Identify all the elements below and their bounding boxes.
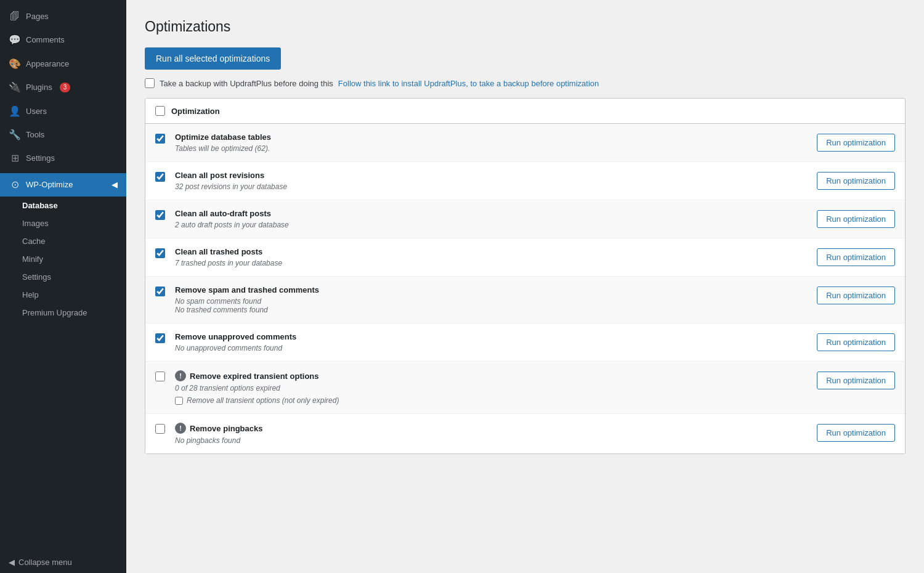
checkbox-opt-pingbacks[interactable] xyxy=(155,424,165,434)
opt-info-opt-spam-comments: Remove spam and trashed commentsNo spam … xyxy=(168,285,817,314)
sidebar-item-users[interactable]: 👤 Users xyxy=(0,100,126,123)
backup-label: Take a backup with UpdraftPlus before do… xyxy=(160,79,333,88)
opt-checkbox-opt-trashed-posts xyxy=(155,247,168,261)
sidebar-item-settings[interactable]: ⊞ Settings xyxy=(0,147,126,170)
opt-desc: Tables will be optimized (62). xyxy=(175,144,809,153)
checkbox-opt-db-tables[interactable] xyxy=(155,134,165,144)
opt-checkbox-opt-pingbacks xyxy=(155,423,168,436)
checkbox-opt-unapproved-comments[interactable] xyxy=(155,333,165,343)
table-row: Remove unapproved commentsNo unapproved … xyxy=(145,323,905,362)
submenu-premium-upgrade[interactable]: Premium Upgrade xyxy=(0,304,126,322)
submenu-minify[interactable]: Minify xyxy=(0,250,126,268)
run-optimization-button-opt-spam-comments[interactable]: Run optimization xyxy=(817,286,895,304)
sidebar-label-plugins: Plugins xyxy=(26,82,52,93)
submenu-cache[interactable]: Cache xyxy=(0,232,126,250)
opt-title-opt-spam-comments: Remove spam and trashed comments xyxy=(175,285,809,295)
opt-action-opt-db-tables: Run optimization xyxy=(817,132,895,152)
run-optimization-button-opt-pingbacks[interactable]: Run optimization xyxy=(817,424,895,442)
opt-title-opt-db-tables: Optimize database tables xyxy=(175,132,809,142)
run-optimization-button-opt-post-revisions[interactable]: Run optimization xyxy=(817,172,895,190)
opt-info-opt-pingbacks: !Remove pingbacksNo pingbacks found xyxy=(168,423,817,445)
opt-info-opt-db-tables: Optimize database tablesTables will be o… xyxy=(168,132,817,153)
sidebar: 🗐 Pages 💬 Comments 🎨 Appearance 🔌 Plugin… xyxy=(0,0,126,573)
submenu-help[interactable]: Help xyxy=(0,286,126,304)
opt-desc: 32 post revisions in your database xyxy=(175,182,809,191)
opt-info-opt-post-revisions: Clean all post revisions32 post revision… xyxy=(168,171,817,191)
select-all-checkbox[interactable] xyxy=(155,106,165,116)
opt-title-text: Remove unapproved comments xyxy=(175,332,296,341)
warning-icon: ! xyxy=(175,370,186,381)
opt-action-opt-post-revisions: Run optimization xyxy=(817,171,895,190)
page-title: Optimizations xyxy=(145,18,906,35)
submenu-database[interactable]: Database xyxy=(0,197,126,214)
collapse-menu-label: Collapse menu xyxy=(18,558,72,567)
run-optimization-button-opt-trashed-posts[interactable]: Run optimization xyxy=(817,248,895,266)
opt-checkbox-opt-transient-options xyxy=(155,370,168,384)
backup-link[interactable]: Follow this link to install UpdraftPlus,… xyxy=(338,79,599,88)
opt-title-opt-trashed-posts: Clean all trashed posts xyxy=(175,247,809,256)
opt-action-opt-unapproved-comments: Run optimization xyxy=(817,332,895,351)
sidebar-item-tools[interactable]: 🔧 Tools xyxy=(0,123,126,147)
opt-title-opt-transient-options: !Remove expired transient options xyxy=(175,370,809,381)
opt-action-opt-pingbacks: Run optimization xyxy=(817,423,895,442)
sidebar-label-users: Users xyxy=(26,106,47,117)
backup-checkbox[interactable] xyxy=(145,78,155,88)
warning-icon: ! xyxy=(175,423,186,434)
checkbox-opt-transient-options[interactable] xyxy=(155,372,165,381)
tools-icon: 🔧 xyxy=(9,128,21,142)
sidebar-label-appearance: Appearance xyxy=(26,59,69,70)
submenu-settings[interactable]: Settings xyxy=(0,268,126,286)
wpo-icon: ⊙ xyxy=(9,178,21,192)
sub-checkbox-opt-transient-options[interactable] xyxy=(175,397,183,405)
comments-icon: 💬 xyxy=(9,33,21,47)
opt-title-text: Remove spam and trashed comments xyxy=(175,285,319,295)
opt-action-opt-auto-draft: Run optimization xyxy=(817,209,895,228)
sidebar-label-settings: Settings xyxy=(26,153,55,164)
sidebar-item-comments[interactable]: 💬 Comments xyxy=(0,28,126,52)
opt-title-text: Optimize database tables xyxy=(175,132,271,142)
opt-info-opt-auto-draft: Clean all auto-draft posts2 auto draft p… xyxy=(168,209,817,229)
optimizations-table: Optimization Optimize database tablesTab… xyxy=(145,98,906,454)
run-optimization-button-opt-unapproved-comments[interactable]: Run optimization xyxy=(817,333,895,351)
plugins-badge: 3 xyxy=(60,83,71,92)
opt-title-text: Clean all post revisions xyxy=(175,171,264,180)
checkbox-opt-spam-comments[interactable] xyxy=(155,286,165,296)
opt-title-text: Remove pingbacks xyxy=(190,424,263,433)
opt-info-opt-unapproved-comments: Remove unapproved commentsNo unapproved … xyxy=(168,332,817,352)
table-header-row: Optimization xyxy=(145,99,905,124)
settings-icon: ⊞ xyxy=(9,152,21,165)
table-row: !Remove pingbacksNo pingbacks foundRun o… xyxy=(145,414,905,453)
sidebar-label-pages: Pages xyxy=(26,11,49,22)
opt-checkbox-opt-post-revisions xyxy=(155,171,168,184)
sidebar-item-wpo[interactable]: ⊙ WP-Optimize ◀ xyxy=(0,173,126,197)
opt-action-opt-spam-comments: Run optimization xyxy=(817,285,895,304)
appearance-icon: 🎨 xyxy=(9,57,21,71)
collapse-menu-button[interactable]: ◀ Collapse menu xyxy=(0,551,126,573)
opt-desc: No trashed comments found xyxy=(175,306,809,314)
run-optimization-button-opt-auto-draft[interactable]: Run optimization xyxy=(817,210,895,228)
sidebar-label-wpo: WP-Optimize xyxy=(26,179,73,190)
checkbox-opt-post-revisions[interactable] xyxy=(155,172,165,182)
sub-checkbox-label: Remove all transient options (not only e… xyxy=(187,396,339,405)
table-row: Clean all post revisions32 post revision… xyxy=(145,162,905,200)
opt-title-opt-auto-draft: Clean all auto-draft posts xyxy=(175,209,809,218)
run-optimization-button-opt-transient-options[interactable]: Run optimization xyxy=(817,372,895,389)
opt-title-opt-post-revisions: Clean all post revisions xyxy=(175,171,809,180)
table-row: Optimize database tablesTables will be o… xyxy=(145,124,905,162)
wpo-arrow-icon: ◀ xyxy=(111,179,118,190)
checkbox-opt-auto-draft[interactable] xyxy=(155,210,165,220)
opt-desc: No unapproved comments found xyxy=(175,344,809,352)
sidebar-item-appearance[interactable]: 🎨 Appearance xyxy=(0,52,126,76)
run-all-button[interactable]: Run all selected optimizations xyxy=(145,47,281,70)
backup-row: Take a backup with UpdraftPlus before do… xyxy=(145,78,906,88)
sidebar-top-items: 🗐 Pages 💬 Comments 🎨 Appearance 🔌 Plugin… xyxy=(0,0,126,173)
run-optimization-button-opt-db-tables[interactable]: Run optimization xyxy=(817,134,895,152)
opt-desc: 0 of 28 transient options expired xyxy=(175,384,809,392)
opt-title-opt-pingbacks: !Remove pingbacks xyxy=(175,423,809,434)
opt-checkbox-opt-auto-draft xyxy=(155,209,168,222)
sidebar-item-pages[interactable]: 🗐 Pages xyxy=(0,5,126,28)
checkbox-opt-trashed-posts[interactable] xyxy=(155,248,165,258)
table-row: Remove spam and trashed commentsNo spam … xyxy=(145,277,905,323)
submenu-images[interactable]: Images xyxy=(0,214,126,232)
sidebar-item-plugins[interactable]: 🔌 Plugins 3 xyxy=(0,76,126,99)
